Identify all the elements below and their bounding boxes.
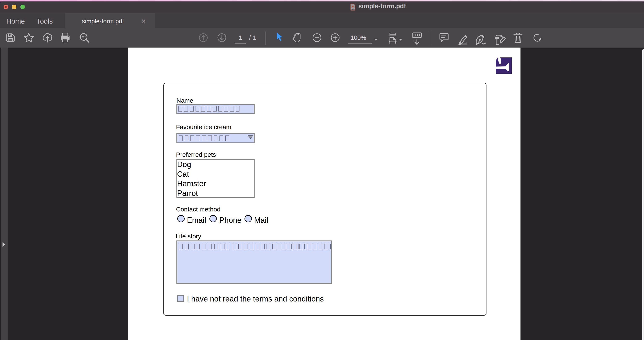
svg-text:PDF: PDF <box>351 8 355 10</box>
